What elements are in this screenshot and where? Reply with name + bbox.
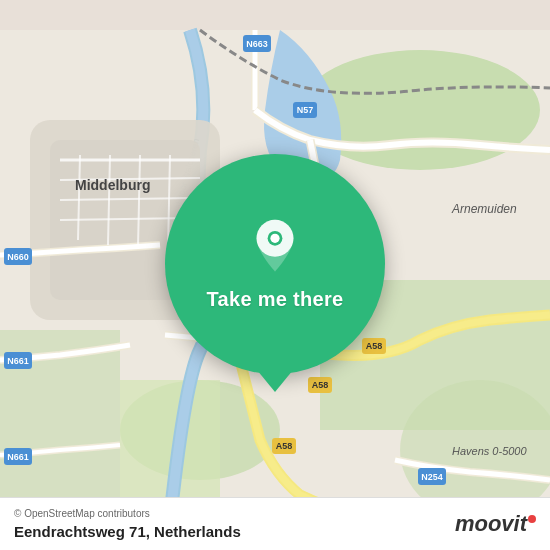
popup-overlay: Take me there xyxy=(165,154,385,374)
svg-text:N661: N661 xyxy=(7,356,29,366)
take-me-there-button[interactable]: Take me there xyxy=(207,288,344,311)
svg-text:N661: N661 xyxy=(7,452,29,462)
moovit-wordmark: moovit xyxy=(455,511,527,536)
address-text: Eendrachtsweg 71, Netherlands xyxy=(14,523,241,540)
navigation-popup[interactable]: Take me there xyxy=(165,154,385,374)
location-pin-icon xyxy=(250,218,300,278)
svg-text:A58: A58 xyxy=(276,441,293,451)
svg-text:Arnemuiden: Arnemuiden xyxy=(451,202,517,216)
map-container: Kanaal door Walcheren xyxy=(0,0,550,550)
svg-point-48 xyxy=(270,233,279,242)
moovit-logo: moovit xyxy=(455,511,536,537)
address-section: © OpenStreetMap contributors Eendrachtsw… xyxy=(14,508,241,540)
svg-text:N660: N660 xyxy=(7,252,29,262)
svg-text:N57: N57 xyxy=(297,105,314,115)
svg-text:Middelburg: Middelburg xyxy=(75,177,150,193)
info-bar: © OpenStreetMap contributors Eendrachtsw… xyxy=(0,497,550,550)
moovit-dot xyxy=(528,515,536,523)
moovit-logo-text: moovit xyxy=(455,511,536,537)
svg-text:N663: N663 xyxy=(246,39,268,49)
svg-text:N254: N254 xyxy=(421,472,443,482)
svg-text:Havens 0-5000: Havens 0-5000 xyxy=(452,445,527,457)
svg-text:A58: A58 xyxy=(312,380,329,390)
copyright-text: © OpenStreetMap contributors xyxy=(14,508,241,519)
